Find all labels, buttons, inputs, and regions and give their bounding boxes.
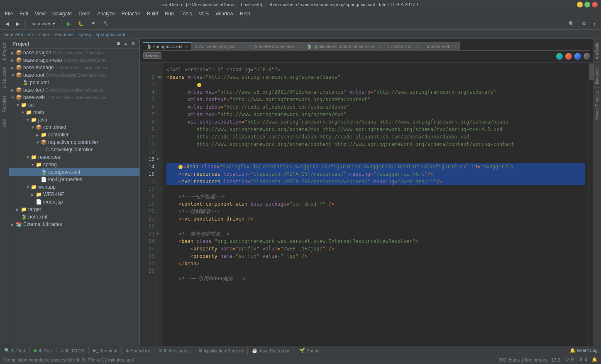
scrollbar-area[interactable] <box>589 63 594 346</box>
tree-item-base-dragon-web[interactable]: ▶ 📦 base-dragon-web D:\Ares\idea\ssmDemo… <box>9 56 139 64</box>
sidebar-settings-icon[interactable]: ≡ <box>123 41 128 47</box>
tab-close-icon[interactable]: ✕ <box>238 44 242 49</box>
tab-activemq-test[interactable]: J ActiveMqTest.java ✕ <box>192 42 245 50</box>
tree-item-pom[interactable]: 🍃 pom.xml <box>9 213 139 221</box>
maven-projects-panel-tab[interactable]: Maven Projects <box>594 87 601 123</box>
toolbar: ◀ ▶ base-web ▾ ▶ 🐛 ☂ 🔨 🔍 ⚙ ↑ <box>0 18 601 30</box>
tree-item-target[interactable]: ▶ 📁 target <box>9 206 139 213</box>
tab-close-icon[interactable]: ✕ <box>296 44 300 49</box>
tab-close-icon[interactable]: ✕ <box>185 44 188 49</box>
tree-item-webapp[interactable]: ▼ 📁 webapp <box>9 183 139 191</box>
tree-item-base-root[interactable]: ▼ 📦 base-root D:\Ares\idea\ssmDemo\base-… <box>9 71 139 79</box>
gutter-line-fold[interactable]: ▼ <box>156 155 163 163</box>
settings-button[interactable]: ⚙ <box>579 20 589 28</box>
menu-refactor[interactable]: Refactor <box>118 10 144 17</box>
menu-vcs[interactable]: VCS <box>195 10 213 17</box>
run-button[interactable]: ▶ <box>64 20 73 28</box>
menu-edit[interactable]: Edit <box>16 10 32 17</box>
tree-item-base-web[interactable]: ▼ 📦 base-web D:\Ares\idea\ssmDemo\base-w… <box>9 94 139 101</box>
tree-item-base-dragon[interactable]: ▶ 📦 base-dragon D:\Ares\idea\ssmDemo\bas… <box>9 49 139 56</box>
menu-build[interactable]: Build <box>144 10 161 17</box>
debug-button[interactable]: 🐛 <box>75 20 87 28</box>
line-num: 15 <box>142 170 154 178</box>
back-button[interactable]: ◀ <box>2 20 12 28</box>
menu-help[interactable]: Help <box>237 10 254 17</box>
breadcrumb-main[interactable]: main <box>39 32 49 37</box>
tree-item-src[interactable]: ▼ 📁 src <box>9 101 139 109</box>
messages-tab[interactable]: ✉ 0: Messages <box>154 347 194 354</box>
tree-item-log4j[interactable]: 📄 log4j.properties <box>9 176 139 183</box>
tree-item-external-libraries[interactable]: ▶ 📚 External Libraries <box>9 221 139 228</box>
tree-item-base-manage[interactable]: ▶ 📦 base-manage D:\Ares\idea\ssmDemo\bas… <box>9 64 139 71</box>
code-content[interactable]: <?xml version="1.0" encoding="UTF-8"?> <… <box>163 63 589 346</box>
spring-tab[interactable]: 🌱 Spring <box>295 347 324 354</box>
find-tab[interactable]: 🔍 3: Find <box>0 347 30 354</box>
app-servers-tab[interactable]: ⚙ Application Servers <box>194 347 248 354</box>
menu-code[interactable]: Code <box>75 10 94 17</box>
minimize-button[interactable]: — <box>577 2 583 7</box>
tab-base-root[interactable]: m base-root ✕ <box>385 42 422 50</box>
tab-close-icon[interactable]: ✕ <box>415 44 418 49</box>
breadcrumb-src[interactable]: src <box>28 32 34 37</box>
tree-item-resources[interactable]: ▼ 📁 resources <box>9 153 139 161</box>
run-tab[interactable]: ▶ 4: Run <box>30 347 56 354</box>
gutter-line-fold[interactable]: ▼ <box>156 230 163 238</box>
tree-item-springmvc-xml[interactable]: 🍃 springmvc.xml <box>9 168 139 176</box>
tree-item-spring[interactable]: ▼ 📁 spring <box>9 161 139 168</box>
build-button[interactable]: 🔨 <box>100 20 112 28</box>
maximize-button[interactable]: □ <box>584 2 590 7</box>
scrollbar-thumb[interactable] <box>589 63 594 80</box>
breadcrumb-springmvc[interactable]: springmvc.xml <box>96 32 125 37</box>
tree-item-controller[interactable]: ▶ 📁 controller <box>9 131 139 138</box>
search-everywhere-button[interactable]: 🔍 <box>566 20 577 28</box>
tab-appcontext-service[interactable]: 🍃 applicationContext-service.xml ✕ <box>303 42 385 50</box>
forward-button[interactable]: ▶ <box>13 20 22 28</box>
menu-tools[interactable]: Tools <box>177 10 195 17</box>
tree-item-activemq-controller[interactable]: C ActiveMqController <box>9 146 139 153</box>
vcs-update-button[interactable]: ↑ <box>591 20 599 28</box>
tab-close-icon[interactable]: ✕ <box>453 44 456 49</box>
todo-tab[interactable]: ☑ 6: TODO <box>56 347 89 354</box>
web-panel-tab[interactable]: Web <box>1 116 7 130</box>
sonarlint-tab[interactable]: ◈ SonarLint <box>122 347 154 354</box>
tab-base-web[interactable]: m base-web ✕ <box>422 42 460 50</box>
menu-navigate[interactable]: Navigate <box>49 10 75 17</box>
project-panel-tab[interactable]: 1: Project <box>1 41 7 63</box>
java-enterprise-tab[interactable]: ☕ Java Enterprise <box>248 347 295 354</box>
package-icon: 📦 <box>36 124 42 130</box>
beans-tag[interactable]: beans <box>143 52 161 59</box>
tree-item-base-tool[interactable]: ▶ 📦 base-tool D:\Ares\idea\ssmDemo\base-… <box>9 86 139 94</box>
line-num: 10 <box>142 133 154 141</box>
breadcrumb-resources[interactable]: resources <box>54 32 73 37</box>
tree-item-index-jsp[interactable]: 📄 index.jsp <box>9 198 139 206</box>
breadcrumb-spring[interactable]: spring <box>78 32 91 37</box>
tree-item-com-dmsd[interactable]: ▼ 📦 com.dmsd <box>9 124 139 131</box>
run-config-dropdown[interactable]: base-web ▾ <box>29 20 58 28</box>
tree-item-java[interactable]: ▼ 📁 java <box>9 116 139 124</box>
tab-close-icon[interactable]: ✕ <box>378 44 381 49</box>
menu-view[interactable]: View <box>32 10 49 17</box>
favorites-panel-tab[interactable]: Favorites <box>1 93 7 115</box>
menu-analyze[interactable]: Analyze <box>94 10 118 17</box>
sidebar-close-icon[interactable]: ✕ <box>130 41 136 47</box>
menu-run[interactable]: Run <box>161 10 177 17</box>
structure-panel-tab[interactable]: 2: Structure <box>1 65 7 91</box>
database-panel-tab[interactable]: Database <box>594 63 601 87</box>
event-log-tab[interactable]: 🔔 Event Log <box>570 348 601 353</box>
menu-window[interactable]: Window <box>212 10 237 17</box>
tree-item-web-inf[interactable]: ▶ 📁 WEB-INF <box>9 191 139 198</box>
tab-springmvc-xml[interactable]: 🍃 springmvc.xml ✕ <box>143 42 192 50</box>
close-button[interactable]: ✕ <box>592 2 598 7</box>
tree-item-base-root-pom[interactable]: 🍃 pom.xml <box>9 79 139 86</box>
terminal-tab[interactable]: ▶_ Terminal <box>89 347 122 354</box>
menu-file[interactable]: File <box>2 10 16 17</box>
tab-quene-producer[interactable]: J QueneProducer.java ✕ <box>245 42 303 50</box>
gutter-line <box>156 185 163 193</box>
tree-item-mq-controller[interactable]: ▼ 📦 mq.activemq.controller <box>9 138 139 146</box>
tree-item-main[interactable]: ▼ 📁 main <box>9 109 139 116</box>
status-bar: Compilation completed successfully in 3s… <box>0 355 601 364</box>
sidebar-gear-icon[interactable]: ⚙ <box>115 41 122 47</box>
ant-build-panel-tab[interactable]: Ant Build <box>594 39 601 63</box>
coverage-button[interactable]: ☂ <box>88 20 98 28</box>
breadcrumb-base-web[interactable]: base-web <box>3 32 23 37</box>
